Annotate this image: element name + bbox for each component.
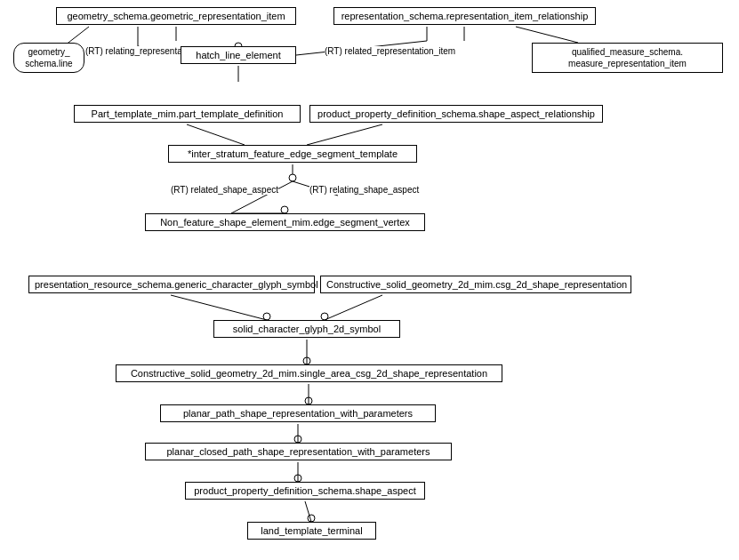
node-prod-prop2: product_property_definition_schema.shape…	[185, 482, 425, 500]
node-csg-2d: Constructive_solid_geometry_2d_mim.csg_2…	[320, 276, 631, 293]
node-csg-single: Constructive_solid_geometry_2d_mim.singl…	[116, 364, 502, 382]
svg-point-23	[303, 357, 310, 364]
svg-point-13	[289, 174, 296, 181]
svg-line-10	[187, 124, 245, 145]
node-hatch-line: hatch_line_element	[181, 46, 296, 64]
node-planar-path: planar_path_shape_representation_with_pa…	[160, 404, 436, 422]
svg-point-17	[281, 206, 288, 213]
node-solid-char: solid_character_glyph_2d_symbol	[213, 320, 400, 338]
node-non-feature: Non_feature_shape_element_mim.edge_segme…	[145, 213, 425, 231]
svg-line-30	[305, 501, 311, 522]
svg-point-20	[263, 313, 270, 320]
svg-point-21	[321, 313, 328, 320]
node-prod-prop: product_property_definition_schema.shape…	[309, 105, 603, 123]
svg-line-18	[171, 295, 267, 320]
svg-line-11	[307, 124, 382, 145]
svg-point-25	[305, 397, 312, 404]
node-part-template: Part_template_mim.part_template_definiti…	[74, 105, 301, 123]
svg-point-29	[294, 475, 301, 482]
node-planar-closed: planar_closed_path_shape_representation_…	[145, 443, 452, 460]
label-rt-related: (RT) related_representation_item	[325, 46, 455, 56]
node-geom-schema: geometry_schema.geometric_representation…	[56, 7, 296, 25]
node-land-template: land_template_terminal	[247, 522, 376, 540]
svg-line-19	[325, 295, 382, 320]
node-pres-res: presentation_resource_schema.generic_cha…	[28, 276, 315, 293]
node-inter-stratum: *inter_stratum_feature_edge_segment_temp…	[168, 145, 417, 163]
svg-point-27	[294, 436, 301, 443]
svg-line-8	[516, 27, 578, 43]
node-qual-meas: qualified_measure_schema.measure_represe…	[532, 43, 723, 73]
svg-point-31	[308, 515, 315, 522]
diagram-container: geometry_schema.geometric_representation…	[0, 0, 739, 560]
label-rt-related-shape: (RT) related_shape_aspect	[171, 185, 278, 195]
label-rt-relating-shape: (RT) relating_shape_aspect	[309, 185, 419, 195]
node-rep-schema: representation_schema.representation_ite…	[333, 7, 596, 25]
node-geom-line: geometry_schema.line	[13, 43, 84, 73]
